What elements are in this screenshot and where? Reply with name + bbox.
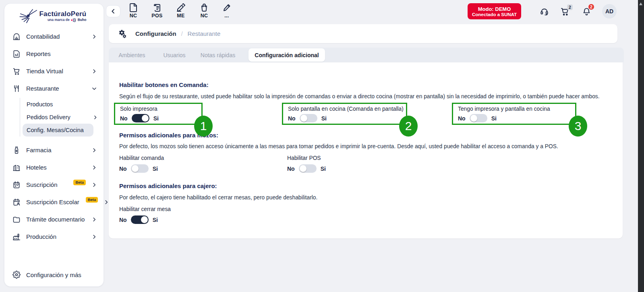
- pen-signature-icon: [176, 3, 186, 12]
- shortcut-me[interactable]: ME: [172, 3, 190, 21]
- toggle-knob: [142, 115, 149, 122]
- chart-icon: [12, 33, 21, 41]
- sidebar-item-configuracion-y-mas[interactable]: Configuración y más: [4, 263, 104, 286]
- demo-mode-button[interactable]: Modo: DEMO Conectado a SUNAT: [468, 3, 521, 19]
- shortcut-nota-credito-bag[interactable]: NC: [195, 3, 213, 21]
- chevron-down-icon: [91, 86, 97, 91]
- folder-icon: [12, 215, 21, 224]
- calendar-student-icon: [12, 198, 21, 206]
- toggle-knob: [470, 115, 477, 122]
- chevron-right-icon: [91, 234, 97, 240]
- sidebar-item-suscripcion[interactable]: Suscripción Beta: [4, 176, 104, 193]
- annotation-box-1: Solo impresora No Si: [114, 103, 203, 125]
- chevron-right-icon: [91, 182, 97, 188]
- shortcut-nota-credito[interactable]: NC: [124, 3, 143, 21]
- building-icon: [12, 164, 21, 172]
- field-habilitar-pos: Habilitar POS No Si: [287, 155, 326, 173]
- edit-pencil-icon: [222, 3, 232, 12]
- annotation-number-3: 3: [569, 116, 587, 137]
- buho-mark-icon: [71, 18, 77, 22]
- sidebar-item-hoteles[interactable]: Hoteles: [4, 159, 104, 176]
- breadcrumb-separator: /: [181, 31, 183, 37]
- brand-logo[interactable]: FactúraloPerú una marca de Buho: [4, 4, 104, 26]
- solo-pantalla-toggle[interactable]: [300, 114, 317, 122]
- sidebar-item-reportes[interactable]: Reportes: [4, 45, 104, 62]
- submenu-item-pedidos-delivery[interactable]: Pedidos Delivery: [23, 111, 104, 124]
- cart-badge: 2: [567, 4, 573, 10]
- hummingbird-logo-icon: [19, 8, 38, 24]
- user-avatar[interactable]: AD: [602, 4, 617, 19]
- annotation-box-2: Solo pantalla en cocina (Comanda en pant…: [282, 103, 407, 125]
- shortcut-pos[interactable]: POS: [148, 3, 166, 21]
- utensils-icon: [12, 85, 21, 93]
- sidebar: FactúraloPerú una marca de Buho Contabil…: [4, 3, 104, 287]
- sidebar-item-suscripcion-escolar[interactable]: Suscripción Escolar Beta: [4, 193, 104, 211]
- shopping-cart-icon: [12, 67, 21, 75]
- tab-notas-rapidas[interactable]: Notas rápidas: [198, 48, 238, 62]
- brand-tagline: una marca de: [48, 18, 70, 22]
- annotation-box-3: Tengo impresora y pantalla en cocina No …: [452, 103, 576, 125]
- annotation-number-2: 2: [399, 116, 418, 137]
- toggle-label-solo-impresora: Solo impresora: [120, 106, 197, 112]
- calendar-icon: [12, 181, 21, 189]
- chevron-right-icon: [104, 199, 109, 205]
- section-desc-mozos: Por defecto, los mozos solo tienen acces…: [119, 143, 558, 149]
- chevron-right-icon: [91, 68, 97, 74]
- section-desc-cajero: Por defecto, el cajero tiene habilitado …: [119, 195, 317, 201]
- breadcrumb: Configuración / Restaurante: [109, 24, 617, 43]
- shopping-bag-icon: [199, 3, 209, 12]
- chevron-right-icon: [91, 165, 97, 170]
- chevron-right-icon: [91, 147, 97, 153]
- annotation-number-1: 1: [194, 116, 213, 137]
- support-headset-icon[interactable]: [540, 7, 549, 16]
- toggle-label-impresora-y-pantalla: Tengo impresora y pantalla en cocina: [458, 106, 570, 112]
- sidebar-item-contabilidad[interactable]: Contabilidad: [4, 28, 104, 45]
- report-document-icon: [12, 50, 21, 58]
- breadcrumb-root: Configuración: [135, 30, 176, 37]
- toggle-label-solo-pantalla: Solo pantalla en cocina (Comanda en pant…: [288, 106, 401, 112]
- tab-bar: Ambientes Usuarios Notas rápidas Configu…: [109, 48, 624, 62]
- toggle-knob: [300, 165, 306, 172]
- sidebar-item-produccion[interactable]: Producción: [4, 228, 104, 245]
- receipt-icon: [152, 3, 162, 12]
- notifications-badge: 2: [588, 4, 594, 10]
- beta-badge: Beta: [73, 180, 86, 185]
- beta-badge: Beta: [86, 197, 98, 203]
- toggle-knob: [132, 165, 139, 172]
- habilitar-pos-toggle[interactable]: [299, 164, 317, 173]
- restaurante-submenu: Productos Pedidos Delivery Config. Mesas…: [20, 98, 104, 137]
- gear-icon: [12, 271, 21, 279]
- tab-ambientes[interactable]: Ambientes: [117, 48, 147, 62]
- section-desc-comanda: Según el flujo de su restaurante, usted …: [119, 93, 600, 99]
- chevron-right-icon: [91, 217, 97, 222]
- tab-usuarios[interactable]: Usuarios: [160, 48, 189, 62]
- breadcrumb-current[interactable]: Restaurante: [188, 30, 221, 37]
- sidebar-item-farmacia[interactable]: Farmacia: [4, 141, 104, 159]
- field-habilitar-cerrar-mesa: Habilitar cerrar mesa No Si: [119, 206, 171, 224]
- sidebar-item-tramite-documentario[interactable]: Trámite documentario: [4, 211, 104, 228]
- toggle-knob: [141, 216, 148, 223]
- submenu-item-productos[interactable]: Productos: [23, 98, 104, 111]
- scroll-up-arrow-icon[interactable]: [639, 2, 642, 5]
- main-content: Habilitar botones en Comanda: Según el f…: [109, 62, 623, 238]
- submenu-item-config-mesas-cocina[interactable]: Config. Mesas/Cocina: [23, 124, 93, 137]
- vertical-scrollbar[interactable]: [638, 0, 644, 292]
- impresora-y-pantalla-toggle[interactable]: [470, 114, 487, 122]
- back-button[interactable]: [106, 5, 120, 17]
- document-icon: [128, 3, 138, 12]
- section-title-cajero: Permisos adicionales para cajero:: [119, 182, 217, 189]
- sidebar-item-tienda-virtual[interactable]: Tienda Virtual: [4, 62, 104, 80]
- habilitar-cerrar-mesa-toggle[interactable]: [131, 215, 149, 224]
- sidebar-item-restaurante[interactable]: Restaurante: [4, 80, 104, 97]
- chevron-left-icon: [110, 8, 116, 14]
- chevron-right-icon: [91, 34, 97, 39]
- tab-configuracion-adicional[interactable]: Configuración adicional: [248, 48, 325, 62]
- solo-impresora-toggle[interactable]: [132, 114, 149, 122]
- gears-icon: [117, 29, 127, 39]
- shortcut-more-documents[interactable]: ...: [217, 3, 236, 21]
- habilitar-comanda-toggle[interactable]: [131, 164, 149, 173]
- brand-tagline-name: Buho: [78, 18, 87, 22]
- chevron-right-icon: [93, 115, 98, 120]
- section-title-comanda: Habilitar botones en Comanda:: [119, 81, 209, 88]
- field-habilitar-comanda: Habilitar comanda No Si: [119, 155, 164, 173]
